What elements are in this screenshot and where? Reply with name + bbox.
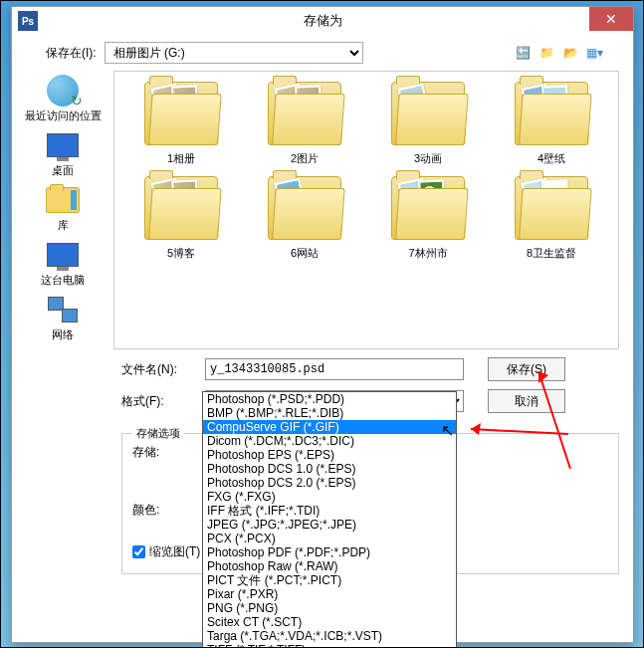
options-legend: 存储选项: [132, 426, 184, 441]
format-option[interactable]: CompuServe GIF (*.GIF): [203, 420, 456, 434]
folder-name: 7林州市: [408, 246, 447, 261]
close-button[interactable]: ✕: [589, 7, 633, 31]
location-select[interactable]: 相册图片 (G:): [105, 42, 363, 64]
folder-item[interactable]: 2图片: [248, 82, 361, 166]
format-option[interactable]: FXG (*.FXG): [203, 490, 456, 504]
folder-item[interactable]: 7林州市: [371, 176, 485, 261]
folder-name: 6网站: [291, 246, 319, 261]
folder-name: 3动画: [414, 151, 442, 166]
format-option[interactable]: Photoshop EPS (*.EPS): [203, 448, 456, 462]
back-icon[interactable]: 🔙: [514, 44, 532, 62]
folder-item[interactable]: 3动画: [371, 82, 485, 166]
folder-icon: [391, 82, 465, 145]
folder-name: 2图片: [291, 151, 319, 166]
format-option[interactable]: BMP (*.BMP;*.RLE;*.DIB): [203, 406, 456, 420]
folder-icon: [144, 176, 218, 240]
thumbnail-label: 缩览图(T): [149, 543, 200, 560]
format-option[interactable]: TIFF (*.TIF;*.TIFF): [203, 643, 456, 648]
sidebar-label: 最近访问的位置: [25, 108, 102, 123]
format-option[interactable]: Photoshop DCS 1.0 (*.EPS): [203, 462, 456, 476]
format-option[interactable]: PICT 文件 (*.PCT;*.PICT): [203, 573, 456, 587]
folder-name: 4壁纸: [537, 151, 565, 166]
folder-icon: [144, 82, 218, 145]
location-toolbar: 保存在(I): 相册图片 (G:) 🔙 📁 📂 ▦▾: [12, 35, 633, 71]
format-option[interactable]: Photoshop (*.PSD;*.PDD): [203, 392, 456, 406]
folder-item[interactable]: 1相册: [124, 82, 238, 166]
recent-places-icon: [47, 75, 79, 107]
folder-icon: [391, 176, 465, 240]
filename-label: 文件名(N):: [121, 361, 193, 378]
sidebar-network[interactable]: 网络: [45, 294, 81, 342]
sidebar-label: 网络: [52, 327, 74, 342]
sidebar-label: 桌面: [52, 163, 74, 178]
save-in-label: 保存在(I):: [46, 45, 97, 62]
folder-item[interactable]: 4壁纸: [495, 82, 608, 166]
format-option[interactable]: Pixar (*.PXR): [203, 587, 456, 601]
format-dropdown-list[interactable]: Photoshop (*.PSD;*.PDD)BMP (*.BMP;*.RLE;…: [202, 391, 457, 648]
folder-icon: [268, 82, 341, 145]
format-option[interactable]: PNG (*.PNG): [203, 601, 456, 615]
places-sidebar: 最近访问的位置 桌面 库 这台电脑 网络: [12, 71, 113, 349]
titlebar: Ps 存储为 ✕: [12, 7, 633, 35]
library-icon: [46, 187, 80, 213]
sidebar-library[interactable]: 库: [45, 184, 81, 233]
sidebar-recent[interactable]: 最近访问的位置: [25, 75, 102, 123]
folder-name: 1相册: [167, 151, 195, 166]
format-option[interactable]: Scitex CT (*.SCT): [203, 615, 456, 629]
computer-icon: [47, 243, 79, 267]
format-option[interactable]: Dicom (*.DCM;*.DC3;*.DIC): [203, 434, 456, 448]
format-label: 格式(F):: [121, 393, 193, 410]
folder-name: 5博客: [167, 246, 195, 261]
folder-icon: [515, 176, 588, 240]
color-subsection-label: 颜色:: [132, 502, 176, 519]
folder-name: 8卫生监督: [527, 246, 576, 261]
format-option[interactable]: Photoshop PDF (*.PDF;*.PDP): [203, 545, 456, 559]
view-menu-icon[interactable]: ▦▾: [585, 44, 603, 62]
thumbnail-checkbox[interactable]: [132, 545, 145, 558]
folder-item[interactable]: 6网站: [248, 176, 361, 261]
save-button[interactable]: 保存(S): [488, 357, 565, 381]
sidebar-computer[interactable]: 这台电脑: [41, 239, 85, 288]
cancel-button[interactable]: 取消: [488, 389, 565, 413]
format-option[interactable]: Photoshop DCS 2.0 (*.EPS): [203, 476, 456, 490]
format-option[interactable]: JPEG (*.JPG;*.JPEG;*.JPE): [203, 518, 456, 532]
folder-item[interactable]: 5博客: [124, 176, 238, 261]
folder-item[interactable]: 8卫生监督: [495, 176, 608, 261]
file-browser[interactable]: 1相册 2图片 3动画 4壁纸 5博客 6网站 7林: [113, 71, 619, 349]
photoshop-icon: Ps: [18, 11, 38, 31]
sidebar-label: 这台电脑: [41, 273, 85, 288]
folder-icon: [515, 82, 588, 145]
folder-icon: [268, 176, 341, 240]
format-option[interactable]: PCX (*.PCX): [203, 532, 456, 545]
desktop-icon: [47, 133, 79, 157]
filename-input[interactable]: [205, 358, 464, 380]
format-option[interactable]: IFF 格式 (*.IFF;*.TDI): [203, 504, 456, 518]
window-title: 存储为: [304, 12, 342, 30]
format-option[interactable]: Photoshop Raw (*.RAW): [203, 559, 456, 573]
format-option[interactable]: Targa (*.TGA;*.VDA;*.ICB;*.VST): [203, 629, 456, 643]
network-icon: [48, 297, 78, 323]
save-subsection-label: 存储:: [132, 444, 176, 461]
sidebar-desktop[interactable]: 桌面: [45, 129, 81, 178]
new-folder-icon[interactable]: 📂: [561, 44, 579, 62]
up-icon[interactable]: 📁: [537, 44, 555, 62]
sidebar-label: 库: [58, 218, 69, 233]
